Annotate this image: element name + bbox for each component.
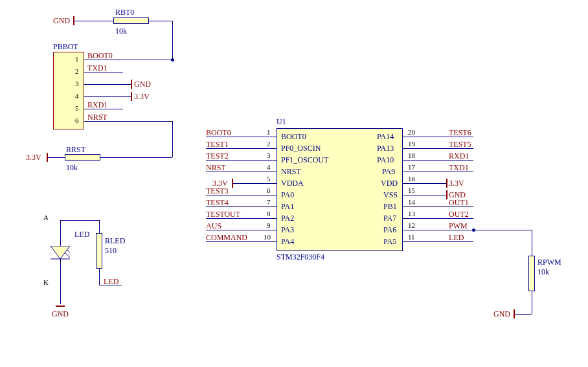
- connector-pbbot: [53, 52, 84, 129]
- rbt0-value: 10k: [115, 27, 127, 36]
- pin-num: 7: [267, 198, 271, 206]
- pin-num: 20: [408, 128, 415, 136]
- junction-dot: [472, 228, 475, 232]
- net-label: BOOT0: [206, 128, 231, 138]
- pbbot-name: PBBOT: [53, 42, 78, 52]
- net-label: PWM: [449, 221, 468, 231]
- pin-num: 1: [267, 128, 271, 136]
- wire: [532, 291, 532, 314]
- wire: [532, 230, 532, 256]
- rled-name: RLED: [105, 236, 125, 246]
- net-label: NRST: [206, 163, 226, 173]
- pin-num: 4: [267, 163, 271, 171]
- wire: [247, 195, 277, 195]
- resistor-rbt0: [113, 17, 149, 24]
- wire: [247, 160, 277, 161]
- net-rxd1: RXD1: [87, 100, 107, 110]
- pin-name: PA6: [383, 225, 396, 235]
- gnd-symbol-bar: [514, 309, 515, 318]
- net-label: OUT1: [449, 198, 469, 208]
- wire: [473, 230, 532, 230]
- rpwm-name: RPWM: [537, 258, 561, 267]
- power-symbol-bar: [232, 179, 233, 188]
- pin-num: 16: [408, 175, 415, 183]
- wire: [403, 148, 432, 149]
- wire: [60, 220, 61, 246]
- gnd-symbol-bar: [446, 190, 447, 199]
- pin-num: 17: [408, 163, 415, 171]
- net-txd1: TXD1: [87, 63, 107, 73]
- pbbot-pin-2: 2: [75, 67, 79, 75]
- pin-num: 10: [264, 233, 271, 241]
- wire: [99, 220, 100, 233]
- led-name: LED: [74, 230, 89, 239]
- pin-name: VDDA: [281, 179, 304, 188]
- gnd-label: GND: [53, 16, 70, 26]
- wire: [172, 21, 173, 60]
- pin-num: 15: [408, 186, 415, 194]
- wire: [515, 314, 532, 315]
- wire: [403, 137, 432, 137]
- wire: [403, 172, 432, 172]
- net-label: TEST5: [449, 140, 471, 150]
- wire: [99, 269, 100, 285]
- wire: [432, 183, 446, 184]
- pin-num: 13: [408, 210, 415, 217]
- gnd-label: GND: [493, 309, 510, 319]
- wire: [247, 137, 277, 137]
- rbt0-name: RBT0: [115, 8, 134, 17]
- resistor-rpwm: [528, 256, 535, 291]
- wire: [60, 220, 99, 221]
- wire: [60, 259, 61, 304]
- wire: [403, 230, 432, 230]
- svg-marker-0: [51, 246, 70, 259]
- pin-name: NRST: [281, 167, 301, 177]
- pin-name: PA3: [281, 225, 294, 235]
- wire: [247, 206, 277, 207]
- pin-name: PA10: [377, 155, 394, 165]
- net-led: LED: [104, 277, 119, 287]
- pin-num: 12: [408, 221, 415, 229]
- net-label: RXD1: [449, 151, 469, 161]
- net-label: TEST4: [206, 198, 229, 208]
- pin-name: PA0: [281, 190, 294, 200]
- net-label: TEST6: [449, 128, 471, 138]
- wire: [73, 21, 87, 21]
- wire: [403, 218, 432, 219]
- pin-name: VDD: [381, 179, 398, 188]
- net-label: TEST3: [206, 186, 229, 196]
- pin-num: 18: [408, 151, 415, 159]
- rrst-value: 10k: [66, 163, 78, 173]
- wire: [48, 157, 65, 158]
- pbbot-pin-6: 6: [75, 117, 79, 124]
- pin-num: 8: [267, 210, 271, 217]
- wire: [87, 21, 113, 21]
- gnd-symbol-bar: [131, 80, 132, 89]
- wire: [149, 21, 172, 21]
- rpwm-value: 10k: [537, 267, 549, 277]
- pin-name: PF1_OSCOUT: [281, 155, 328, 165]
- rled-value: 510: [105, 246, 117, 256]
- net-label: TEST2: [206, 151, 229, 161]
- wire: [403, 195, 432, 195]
- gnd-symbol-bar: [56, 306, 65, 307]
- led-anode: A: [43, 214, 49, 221]
- power-symbol-bar: [47, 153, 48, 162]
- net-label: COMMAND: [206, 233, 247, 243]
- wire: [403, 206, 432, 207]
- net-label: TEST1: [206, 140, 229, 150]
- pbbot-pin-1: 1: [75, 55, 79, 63]
- wire: [233, 183, 247, 184]
- power-symbol-bar: [131, 92, 132, 101]
- pin-name: PA7: [383, 214, 396, 223]
- wire: [123, 84, 131, 85]
- pin-name: PA13: [377, 144, 394, 153]
- resistor-rled: [96, 233, 102, 269]
- pin-name: PA2: [281, 214, 294, 223]
- pin-name: PB1: [383, 202, 397, 212]
- pin-num: 9: [267, 221, 271, 229]
- wire: [84, 96, 123, 97]
- wire: [84, 84, 123, 85]
- junction-dot: [171, 58, 174, 61]
- wire: [247, 230, 277, 230]
